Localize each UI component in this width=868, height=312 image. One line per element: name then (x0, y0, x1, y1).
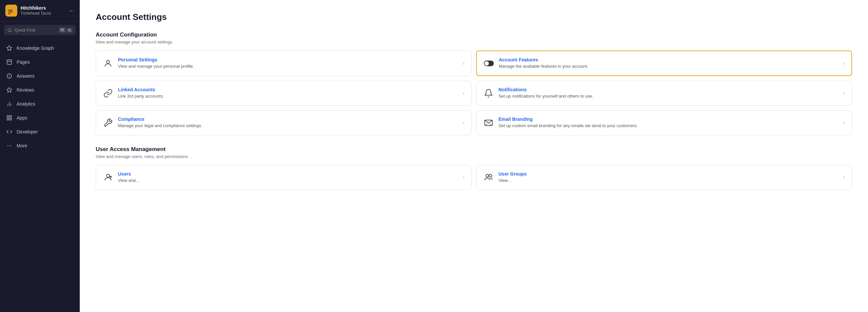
svg-line-26 (490, 124, 492, 125)
quick-find-label: Quick Find (14, 28, 56, 33)
quick-find-kbd: ⌘ K (59, 28, 72, 33)
sidebar-item-label-knowledge-graph: Knowledge Graph (17, 45, 54, 51)
card-notifications-desc: Set up notifications for yourself and ot… (498, 93, 839, 99)
svg-point-18 (7, 145, 8, 146)
brand-name: Hitchhikers (21, 5, 51, 11)
email-branding-chevron-icon: › (843, 120, 845, 126)
user-groups-icon (483, 172, 494, 182)
kbd-k: K (67, 28, 72, 33)
user-access-grid: Users View and... › User Groups View... … (96, 165, 852, 190)
section-user-access-subtitle: View and manage users, roles, and permis… (96, 154, 852, 159)
card-account-features-desc: Manage the available features in your ac… (499, 63, 838, 69)
card-notifications-content: Notifications Set up notifications for y… (498, 87, 839, 99)
svg-text:XT: XT (8, 12, 11, 14)
sidebar-item-label-more: More (17, 143, 27, 148)
analytics-icon (6, 101, 12, 107)
card-linked-accounts[interactable]: Linked Accounts Link 3rd party accounts.… (96, 81, 471, 106)
developer-icon (6, 129, 12, 135)
svg-rect-16 (7, 118, 9, 120)
card-personal-settings-content: Personal Settings View and manage your p… (118, 57, 458, 69)
card-email-branding-desc: Set up custom email branding for any ema… (498, 123, 839, 129)
sidebar-item-analytics[interactable]: Analytics (0, 97, 80, 111)
card-email-branding-content: Email Branding Set up custom email brand… (498, 116, 839, 129)
brand: YE XT Hitchhikers Turtlehead Tacos (5, 5, 51, 16)
card-personal-settings[interactable]: Personal Settings View and manage your p… (96, 50, 471, 76)
account-config-grid: Personal Settings View and manage your p… (96, 50, 852, 135)
personal-settings-chevron-icon: › (463, 60, 465, 66)
email-branding-icon (483, 117, 494, 128)
card-users-content: Users View and... (118, 171, 458, 183)
card-linked-accounts-content: Linked Accounts Link 3rd party accounts. (118, 87, 458, 99)
pages-icon (6, 59, 12, 65)
card-users[interactable]: Users View and... › (96, 165, 471, 190)
sidebar-nav: Knowledge Graph Pages Answers Reviews (0, 38, 80, 312)
card-account-features[interactable]: Account Features Manage the available fe… (476, 50, 852, 76)
kbd-cmd: ⌘ (59, 28, 66, 33)
sidebar-item-label-developer: Developer (17, 129, 38, 134)
users-chevron-icon: › (463, 174, 465, 180)
compliance-icon (103, 117, 113, 128)
quick-find[interactable]: Quick Find ⌘ K (4, 25, 76, 35)
svg-point-30 (486, 174, 489, 177)
linked-accounts-icon (103, 88, 113, 99)
sidebar-item-knowledge-graph[interactable]: Knowledge Graph (0, 41, 80, 55)
section-account-config-subtitle: View and manage your account settings. (96, 39, 852, 44)
card-compliance-content: Compliance Manage your legal and complia… (118, 116, 458, 129)
card-personal-settings-title: Personal Settings (118, 57, 458, 62)
user-groups-chevron-icon: › (843, 174, 845, 180)
svg-rect-15 (10, 115, 12, 117)
section-user-access-title: User Access Management (96, 146, 852, 153)
brand-text: Hitchhikers Turtlehead Tacos (21, 5, 51, 15)
section-account-config-title: Account Configuration (96, 32, 852, 38)
card-user-groups[interactable]: User Groups View... › (476, 165, 852, 190)
personal-settings-icon (103, 58, 113, 69)
compliance-chevron-icon: › (463, 120, 465, 126)
sidebar-item-pages[interactable]: Pages (0, 55, 80, 69)
sidebar-item-answers[interactable]: Answers (0, 69, 80, 83)
sidebar-item-apps[interactable]: Apps (0, 111, 80, 125)
card-user-groups-content: User Groups View... (498, 171, 839, 183)
users-icon (103, 172, 113, 182)
card-compliance-title: Compliance (118, 116, 458, 122)
sidebar-item-label-apps: Apps (17, 115, 27, 120)
section-account-config: Account Configuration View and manage yo… (96, 32, 852, 135)
svg-point-9 (9, 77, 10, 77)
sidebar-item-label-reviews: Reviews (17, 87, 34, 93)
answers-icon (6, 73, 12, 79)
search-icon (7, 28, 12, 33)
card-email-branding-title: Email Branding (498, 116, 839, 122)
sidebar-item-reviews[interactable]: Reviews (0, 83, 80, 97)
sidebar-item-label-analytics: Analytics (17, 101, 35, 107)
sidebar-header: YE XT Hitchhikers Turtlehead Tacos ← (0, 0, 80, 22)
section-user-access: User Access Management View and manage u… (96, 146, 852, 190)
knowledge-graph-icon (6, 45, 12, 51)
svg-point-20 (11, 145, 11, 146)
svg-marker-4 (7, 46, 12, 50)
card-notifications-title: Notifications (498, 87, 839, 92)
page-title: Account Settings (96, 12, 852, 22)
card-users-desc: View and... (118, 178, 458, 183)
card-account-features-title: Account Features (499, 57, 838, 62)
card-notifications[interactable]: Notifications Set up notifications for y… (476, 81, 852, 106)
card-compliance[interactable]: Compliance Manage your legal and complia… (96, 110, 471, 135)
more-icon (6, 142, 12, 149)
svg-rect-17 (10, 118, 12, 120)
card-email-branding[interactable]: Email Branding Set up custom email brand… (476, 110, 852, 135)
reviews-icon (6, 86, 12, 93)
sidebar-item-developer[interactable]: Developer (0, 125, 80, 139)
account-features-icon (484, 58, 494, 69)
card-linked-accounts-desc: Link 3rd party accounts. (118, 93, 458, 99)
back-arrow-icon[interactable]: ← (68, 7, 74, 14)
sidebar-item-more[interactable]: More (0, 139, 80, 153)
notifications-icon (483, 88, 494, 99)
svg-point-21 (106, 60, 109, 63)
card-account-features-content: Account Features Manage the available fe… (499, 57, 838, 69)
linked-accounts-chevron-icon: › (463, 90, 465, 96)
brand-logo: YE XT (5, 5, 17, 16)
svg-rect-5 (7, 60, 12, 64)
card-user-groups-desc: View... (498, 178, 839, 183)
svg-marker-10 (7, 88, 12, 92)
card-personal-settings-desc: View and manage your personal profile. (118, 63, 458, 69)
svg-point-19 (9, 145, 10, 146)
card-users-title: Users (118, 171, 458, 177)
